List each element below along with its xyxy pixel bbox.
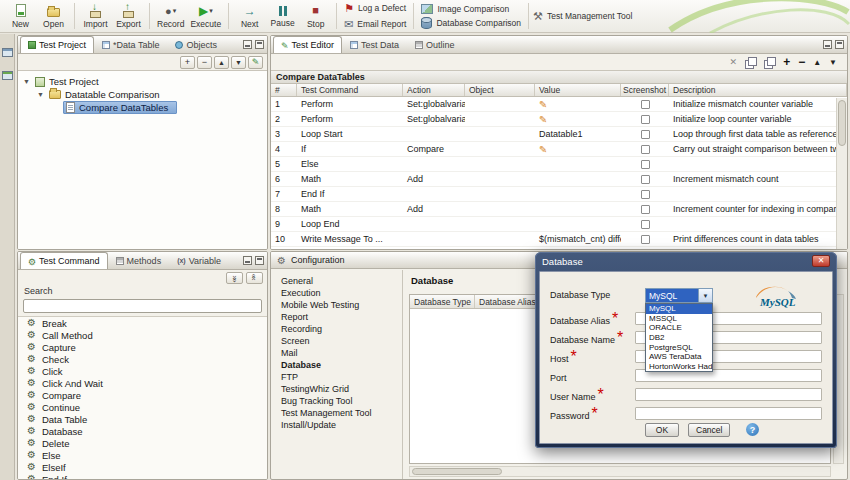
test-step-row[interactable]: 4 If Compare ✎ Carry out straight compar… [271,142,847,157]
config-nav-item[interactable]: Mobile Web Testing [281,299,402,311]
col-database-type[interactable]: Database Type [410,295,475,308]
screenshot-checkbox[interactable] [641,175,650,184]
step-command[interactable]: Else [297,159,403,169]
step-description[interactable]: Initialize mismatch counter variable [669,99,847,109]
step-description[interactable]: Initialize loop counter variable [669,114,847,124]
image-comparison-button[interactable]: Image Comparison [421,4,521,14]
tree-item-compare-datatables[interactable]: Compare DataTables [18,101,267,114]
step-action[interactable]: Set:globalvariable [403,99,465,109]
scrollbar-thumb[interactable] [838,100,846,146]
edit-item-button[interactable]: ✎ [248,56,263,69]
value-edit-icon[interactable]: ✎ [539,144,547,155]
minimize-panel-button[interactable] [823,40,832,49]
command-item[interactable]: ⚙ Call Method [18,329,267,341]
remove-step-button[interactable]: − [798,55,805,69]
expand-collapse-icon[interactable]: ▼ [36,91,45,98]
step-description[interactable]: Carry out straight comparison between tw… [669,144,847,154]
step-description[interactable]: Increment counter for indexing in compar… [669,204,847,214]
db-type-option[interactable]: MSSQL [646,314,712,324]
step-description[interactable]: Print differences count in data tables [669,234,847,244]
value-edit-icon[interactable]: ✎ [539,99,547,110]
config-nav-item[interactable]: Bug Tracking Tool [281,395,402,407]
db-type-option[interactable]: HortonWorks Hadoop [646,362,712,372]
col-test-command[interactable]: Test Command [297,84,403,96]
config-nav-item[interactable]: Recording [281,323,402,335]
command-item[interactable]: ⚙ Database [18,425,267,437]
move-up-button[interactable]: ▲ [214,56,229,69]
new-button[interactable]: New [4,1,37,32]
config-nav-item[interactable]: Screen [281,335,402,347]
config-nav-item[interactable]: Report [281,311,402,323]
col-object[interactable]: Object [465,84,535,96]
command-item[interactable]: ⚙ Break [18,317,267,329]
restore-view-icon[interactable] [2,48,13,57]
tab-variable[interactable]: (x) Variable [169,252,229,269]
config-nav-item[interactable]: General [281,275,402,287]
step-command[interactable]: Write Message To ... [297,234,403,244]
step-value[interactable]: ✎ [535,144,621,155]
step-value[interactable]: ✎ Datatable1 [535,129,621,139]
command-item[interactable]: ⚙ Continue [18,401,267,413]
config-nav-item[interactable]: Mail [281,347,402,359]
config-nav-item[interactable]: Database [281,359,402,371]
step-action[interactable]: Compare [403,144,465,154]
config-nav-item[interactable]: FTP [281,371,402,383]
tree-item-test-project[interactable]: ▼ Test Project [18,75,267,88]
tab-data-table[interactable]: *Data Table [94,36,167,53]
step-command[interactable]: If [297,144,403,154]
record-button[interactable]: ●▾ Record [154,1,187,32]
ok-button[interactable]: OK [645,423,679,437]
selected-tree-item[interactable]: Compare DataTables [63,101,177,114]
step-command[interactable]: Loop Start [297,129,403,139]
col-action[interactable]: Action [403,84,465,96]
paste-step-button[interactable] [764,57,775,68]
step-action[interactable]: Add [403,204,465,214]
minimize-panel-button[interactable] [243,256,252,265]
minimize-panel-button[interactable] [243,40,252,49]
field-input[interactable] [635,388,822,401]
chevron-down-icon[interactable]: ▾ [209,7,213,15]
test-step-row[interactable]: 2 Perform Set:globalvariable ✎ Initializ… [271,112,847,127]
db-type-option[interactable]: AWS TeraData [646,352,712,362]
screenshot-checkbox[interactable] [641,115,650,124]
screenshot-checkbox[interactable] [641,100,650,109]
step-command[interactable]: Perform [297,114,403,124]
step-command[interactable]: Math [297,174,403,184]
command-item[interactable]: ⚙ ElseIf [18,461,267,473]
delete-step-button[interactable]: ✕ [730,57,738,67]
step-value[interactable]: ✎ $(mismatch_cnt) differe... [535,234,621,244]
close-icon[interactable]: ✕ [812,255,830,267]
test-step-row[interactable]: 10 Write Message To ... ✎ $(mismatch_cnt… [271,232,847,247]
remove-item-button[interactable]: − [197,56,212,69]
col-screenshot[interactable]: Screenshot [621,84,669,96]
screenshot-checkbox[interactable] [641,235,650,244]
search-input[interactable] [23,299,262,313]
help-icon[interactable]: ? [746,423,759,436]
step-action[interactable]: Set:globalvariable [403,114,465,124]
expand-collapse-icon[interactable]: ▼ [22,78,31,85]
config-nav-item[interactable]: Install/Update [281,419,402,431]
config-nav-item[interactable]: Test Management Tool [281,407,402,419]
config-horizontal-scrollbar[interactable] [409,466,831,477]
screenshot-checkbox[interactable] [641,190,650,199]
step-description[interactable]: Increment mismatch count [669,174,847,184]
test-step-row[interactable]: 9 Loop End ✎ [271,217,847,232]
tree-item-datatable-comparison[interactable]: ▼ Datatable Comparison [18,88,267,101]
screenshot-checkbox[interactable] [641,130,650,139]
field-input[interactable] [635,407,822,420]
import-button[interactable]: ↓ Import [79,1,112,32]
step-command[interactable]: Math [297,204,403,214]
col-num[interactable]: # [271,84,297,96]
scrollbar-thumb[interactable] [412,468,502,475]
pause-button[interactable]: Pause [266,1,299,32]
next-button[interactable]: → Next [233,1,266,32]
tab-test-data[interactable]: Test Data [342,36,407,53]
execute-button[interactable]: ▶▾ Execute [187,1,224,32]
tab-test-command[interactable]: ⚙ Test Command [20,252,108,269]
tab-test-editor[interactable]: ✎ Test Editor [273,36,342,53]
col-description[interactable]: Description [669,84,847,96]
step-description[interactable]: Loop through first data table as referen… [669,129,847,139]
collapse-all-button[interactable]: »» [246,272,263,284]
move-step-down-button[interactable]: ▼ [829,58,837,67]
command-item[interactable]: ⚙ Data Table [18,413,267,425]
